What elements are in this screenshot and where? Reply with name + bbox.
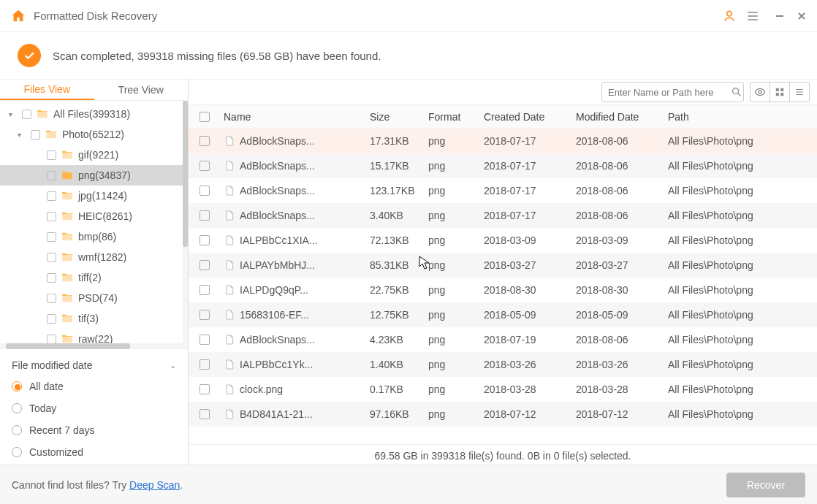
row-checkbox[interactable] [191,210,218,221]
header-modified-date[interactable]: Modified Date [570,111,662,123]
table-row[interactable]: IALPBbCc1Yk...1.40KBpng2018-03-262018-03… [189,352,817,377]
tree-item[interactable]: ▾All Files(399318) [0,104,188,124]
cell-format: png [422,284,478,296]
search-input[interactable] [608,87,731,98]
header-name[interactable]: Name [218,111,364,123]
table-row[interactable]: IALPBbCc1XIA...72.13KBpng2018-03-092018-… [189,228,817,253]
folder-icon [36,107,49,121]
tree-checkbox[interactable] [47,191,56,201]
footer: Cannot find lost files? Try Deep Scan. R… [0,465,817,504]
folder-icon [61,210,74,223]
row-checkbox[interactable] [191,335,218,345]
cell-name: IALPBbCc1Yk... [218,359,364,370]
tree-item[interactable]: tiff(2) [0,267,188,288]
tree-checkbox[interactable] [47,171,56,180]
row-checkbox[interactable] [191,409,218,419]
home-icon[interactable] [10,8,26,24]
user-icon[interactable] [722,9,737,23]
tab-tree-view[interactable]: Tree View [94,80,189,100]
table-header: Name Size Format Created Date Modified D… [189,104,817,129]
row-checkbox[interactable] [191,384,218,394]
row-checkbox[interactable] [191,260,218,270]
filter-option[interactable]: Today [12,397,176,419]
tree-checkbox[interactable] [47,150,56,160]
tree-label: tiff(2) [78,272,102,283]
cell-path: All Files\Photo\png [662,259,817,271]
table-row[interactable]: 15683106-EF...12.75KBpng2018-05-092018-0… [189,302,817,327]
search-icon[interactable] [731,86,742,98]
table-row[interactable]: B4D841A1-21...97.16KBpng2018-07-122018-0… [189,402,817,427]
grid-view-icon[interactable] [770,82,790,102]
row-checkbox[interactable] [191,359,218,370]
header-checkbox-col[interactable] [191,112,218,122]
tree-item[interactable]: jpg(11424) [0,186,188,206]
filter-option[interactable]: Recent 7 days [12,419,176,441]
table-row[interactable]: AdBlockSnaps...123.17KBpng2018-07-172018… [189,178,817,203]
table-row[interactable]: AdBlockSnaps...4.23KBpng2018-07-192018-0… [189,327,817,352]
tree-item[interactable]: bmp(86) [0,226,188,247]
svg-rect-2 [776,88,779,91]
minimize-icon[interactable] [775,11,785,21]
filter-option[interactable]: All date [12,375,176,397]
table-row[interactable]: IALPAYbMbHJ...85.31KBpng2018-03-272018-0… [189,253,817,278]
cell-format: png [422,210,478,221]
row-checkbox[interactable] [191,161,218,171]
header-created-date[interactable]: Created Date [478,111,570,123]
cell-path: All Files\Photo\png [662,284,817,296]
row-checkbox[interactable] [191,310,218,320]
tree-h-scrollbar[interactable] [0,343,188,348]
tree-item[interactable]: raw(22) [0,329,188,343]
cell-path: All Files\Photo\png [662,334,817,345]
table-row[interactable]: IALPDgQ9qP...22.75KBpng2018-08-302018-08… [189,278,817,302]
table-row[interactable]: AdBlockSnaps...3.40KBpng2018-07-172018-0… [189,203,817,228]
table-row[interactable]: AdBlockSnaps...17.31KBpng2018-07-172018-… [189,129,817,153]
footer-hint: Cannot find lost files? Try Deep Scan. [12,479,183,491]
tree-item[interactable]: ▾Photo(65212) [0,124,188,145]
status-bar: 69.58 GB in 399318 file(s) found. 0B in … [189,444,817,466]
window-title: Formatted Disk Recovery [34,9,157,22]
header-format[interactable]: Format [422,111,478,123]
tree-checkbox[interactable] [47,232,56,242]
row-checkbox[interactable] [191,136,218,146]
search-box[interactable] [601,82,744,102]
table-row[interactable]: clock.png0.17KBpng2018-03-282018-03-28Al… [189,377,817,402]
tree-v-scroll-thumb[interactable] [183,101,188,247]
deep-scan-link[interactable]: Deep Scan [129,479,180,491]
filter-option[interactable]: Customized [12,441,176,463]
table-row[interactable]: AdBlockSnaps...15.17KBpng2018-07-172018-… [189,153,817,178]
tree-checkbox[interactable] [47,212,56,221]
tree-checkbox[interactable] [47,273,56,283]
tree-checkbox[interactable] [47,335,56,344]
filter-header-label: File modified date [12,359,93,371]
row-checkbox[interactable] [191,285,218,295]
tab-files-view[interactable]: Files View [0,80,94,100]
tree-item[interactable]: HEIC(8261) [0,206,188,226]
row-checkbox[interactable] [191,186,218,196]
tree-label: All Files(399318) [53,108,130,120]
cell-name: AdBlockSnaps... [218,210,364,221]
cell-size: 97.16KB [364,408,422,420]
recover-button[interactable]: Recover [726,473,805,497]
header-path[interactable]: Path [662,111,817,123]
preview-icon[interactable] [750,82,770,102]
row-checkbox[interactable] [191,235,218,245]
tree-checkbox[interactable] [31,130,40,140]
file-icon [224,160,235,172]
tree-item[interactable]: png(34837) [0,165,188,186]
radio-icon [12,447,22,457]
tree-item[interactable]: wmf(1282) [0,247,188,267]
folder-icon [61,230,74,243]
tree-checkbox[interactable] [47,294,56,303]
tree-item[interactable]: tif(3) [0,308,188,329]
tree-item[interactable]: gif(9221) [0,145,188,165]
list-view-icon[interactable] [789,82,810,102]
filter-header[interactable]: File modified date ⌄ [12,355,176,375]
close-icon[interactable] [797,11,807,21]
tree-checkbox[interactable] [22,110,31,119]
tree-checkbox[interactable] [47,253,56,262]
file-icon [224,210,235,221]
tree-checkbox[interactable] [47,314,56,324]
header-size[interactable]: Size [364,111,422,123]
tree-item[interactable]: PSD(74) [0,288,188,308]
hamburger-icon[interactable] [745,9,760,23]
